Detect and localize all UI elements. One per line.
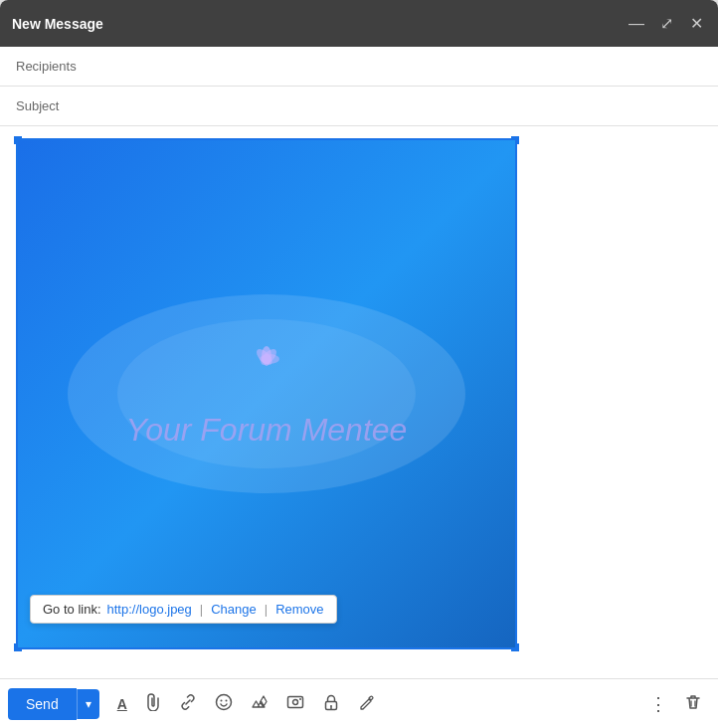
close-button[interactable]: ✕ <box>686 14 706 34</box>
attach-icon <box>145 693 161 715</box>
svg-point-4 <box>262 354 271 364</box>
send-dropdown-button[interactable]: ▾ <box>77 689 99 719</box>
send-button-group: Send ▾ <box>8 688 99 720</box>
image-container[interactable]: Your Forum Mentee <box>16 138 517 649</box>
svg-point-5 <box>216 694 231 709</box>
delete-draft-button[interactable] <box>676 687 710 721</box>
signature-icon <box>358 693 376 715</box>
drive-button[interactable] <box>243 687 276 721</box>
attach-button[interactable] <box>137 687 169 721</box>
tooltip-bar: Go to link: http://logo.jpeg | Change | … <box>30 595 337 624</box>
format-text-icon: A <box>117 696 127 712</box>
tooltip-sep-1: | <box>200 602 203 617</box>
logo-icon <box>242 334 291 393</box>
recipients-row: Recipients <box>0 47 718 87</box>
trash-icon <box>684 693 702 715</box>
subject-label: Subject <box>16 98 86 113</box>
recipients-label: Recipients <box>16 59 86 74</box>
photo-button[interactable] <box>278 687 312 721</box>
svg-point-7 <box>225 699 227 701</box>
subject-input[interactable] <box>86 98 702 113</box>
maximize-button[interactable]: ⤢ <box>656 14 676 34</box>
logo-text: Your Forum Mentee <box>126 412 408 449</box>
svg-point-6 <box>220 699 222 701</box>
subject-row: Subject <box>0 87 718 126</box>
emoji-icon <box>215 693 233 715</box>
title-controls: — ⤢ ✕ <box>627 14 706 34</box>
tooltip-remove-button[interactable]: Remove <box>275 602 323 617</box>
svg-point-9 <box>292 699 297 704</box>
compose-window: New Message — ⤢ ✕ Recipients Subject <box>0 0 718 728</box>
svg-point-10 <box>299 698 301 700</box>
tooltip-sep-2: | <box>265 602 268 617</box>
signature-button[interactable] <box>350 687 384 721</box>
drive-icon <box>251 693 269 715</box>
tooltip-change-button[interactable]: Change <box>211 602 257 617</box>
more-options-icon: ⋮ <box>649 693 668 715</box>
lock-icon <box>322 693 340 715</box>
photo-icon <box>286 693 304 715</box>
body-area: Your Forum Mentee Go to link: http://log… <box>0 126 718 678</box>
logo-image: Your Forum Mentee <box>18 140 515 647</box>
link-button[interactable] <box>171 687 205 721</box>
tooltip-go-to-label: Go to link: <box>43 602 101 617</box>
format-text-button[interactable]: A <box>109 690 135 718</box>
minimize-button[interactable]: — <box>627 14 646 34</box>
recipients-input[interactable] <box>86 59 702 74</box>
send-button[interactable]: Send <box>8 688 77 720</box>
emoji-button[interactable] <box>207 687 241 721</box>
toolbar: Send ▾ A <box>0 678 718 728</box>
title-bar: New Message — ⤢ ✕ <box>0 0 718 47</box>
tooltip-link[interactable]: http://logo.jpeg <box>107 602 192 617</box>
more-options-button[interactable]: ⋮ <box>643 687 674 721</box>
window-title: New Message <box>12 16 103 32</box>
lock-button[interactable] <box>314 687 348 721</box>
link-icon <box>179 693 197 715</box>
